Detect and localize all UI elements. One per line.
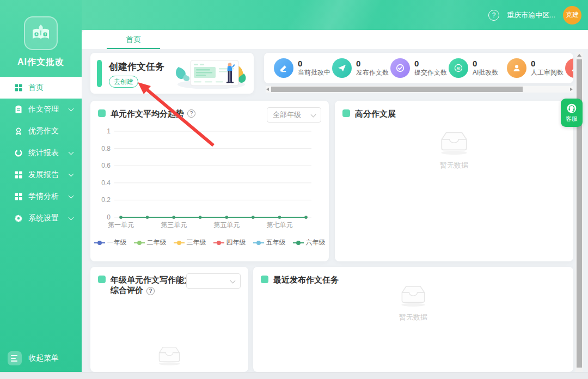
ability-filter-dropdown[interactable] <box>186 273 241 289</box>
legend-marker-icon <box>174 240 185 246</box>
stat-item-2: 0提交作文数 <box>390 58 449 78</box>
chevron-down-icon <box>69 149 74 155</box>
legend-marker-icon <box>253 240 264 246</box>
app-logo-icon: A I <box>24 16 58 50</box>
sidebar-item-label: 首页 <box>28 83 44 93</box>
question-icon[interactable]: ? <box>146 287 155 295</box>
customer-service-label: 客服 <box>566 115 578 123</box>
empty-text: 暂无数据 <box>397 313 430 322</box>
svg-text:A: A <box>35 33 38 36</box>
stat-value: 0 <box>531 59 564 68</box>
legend-marker-icon <box>94 240 105 246</box>
svg-text:第三单元: 第三单元 <box>161 221 187 229</box>
sidebar: A I AI作文批改 首页作文管理优秀作文统计报表发展报告学情分析系统设置 收起… <box>0 0 82 372</box>
sidebar-item-pie-3[interactable]: 统计报表 <box>0 142 82 164</box>
horizontal-scrollbar[interactable] <box>266 86 573 93</box>
scroll-right-icon[interactable] <box>570 88 573 91</box>
sidebar-item-label: 系统设置 <box>28 213 59 223</box>
empty-state: 暂无数据 <box>397 283 430 322</box>
chevron-down-icon <box>69 106 74 111</box>
legend-item-0[interactable]: 一年级 <box>94 238 127 247</box>
avatar[interactable]: 克建 <box>563 6 581 25</box>
chevron-down-icon <box>69 215 74 220</box>
stat-value: 0 <box>298 59 330 68</box>
gear-icon <box>14 214 23 223</box>
tab-home[interactable]: 首页 <box>107 30 160 49</box>
legend-marker-icon <box>134 240 145 246</box>
sidebar-item-dashboard-0[interactable]: 首页 <box>0 77 82 99</box>
ability-card-title: 年级单元作文写作能力综合评价? <box>111 274 198 295</box>
collapse-menu-label: 收起菜单 <box>28 353 59 363</box>
legend-item-3[interactable]: 四年级 <box>213 238 246 247</box>
sidebar-item-gear-6[interactable]: 系统设置 <box>0 207 82 229</box>
chart-legend: 一年级二年级三年级四年级五年级六年级 <box>90 238 329 247</box>
sidebar-item-label: 学情分析 <box>28 192 59 201</box>
svg-text:1: 1 <box>107 127 111 135</box>
unit-average-trend-card: 单元作文平均分趋势 ? 全部年级 00.20.40.60.81第一单元第三单元第… <box>90 101 329 261</box>
top-header: ? 重庆市渝中区... 克建 <box>82 0 588 30</box>
sidebar-nav: 首页作文管理优秀作文统计报表发展报告学情分析系统设置 <box>0 77 82 229</box>
svg-text:第五单元: 第五单元 <box>213 221 240 229</box>
grid-icon <box>14 170 23 179</box>
legend-label: 三年级 <box>187 238 206 247</box>
title-bullet <box>261 276 268 283</box>
dropdown-value: 全部年级 <box>273 110 301 120</box>
legend-item-1[interactable]: 二年级 <box>134 238 167 247</box>
svg-text:第一单元: 第一单元 <box>108 221 134 229</box>
legend-label: 二年级 <box>147 238 167 247</box>
legend-item-5[interactable]: 六年级 <box>293 238 326 247</box>
horizontal-scrollbar-thumb[interactable] <box>271 87 523 92</box>
ai-icon: AI <box>449 58 468 78</box>
create-task-card: 创建作文任务 去创建 <box>90 53 254 94</box>
stat-label: 发布作文数 <box>356 68 389 77</box>
recent-card-title: 最近发布作文任务 <box>273 274 339 285</box>
svg-text:第七单元: 第七单元 <box>266 221 292 229</box>
medal-icon <box>14 127 23 136</box>
check-icon <box>390 58 410 78</box>
svg-text:0: 0 <box>107 213 111 221</box>
legend-item-4[interactable]: 五年级 <box>253 238 286 247</box>
empty-text: 暂无数据 <box>436 161 472 170</box>
grade-filter-dropdown[interactable]: 全部年级 <box>267 107 321 123</box>
go-create-button[interactable]: 去创建 <box>109 76 138 88</box>
trend-chart: 00.20.40.60.81第一单元第三单元第五单元第七单元 <box>94 125 318 234</box>
scroll-up-icon[interactable] <box>577 54 581 57</box>
person-icon <box>565 58 573 78</box>
question-icon[interactable]: ? <box>187 109 195 118</box>
sidebar-item-grid-4[interactable]: 发展报告 <box>0 164 82 186</box>
recent-tasks-card: 最近发布作文任务 暂无数据 <box>253 267 573 372</box>
tab-bar: 首页 <box>82 30 588 49</box>
stat-item-partial <box>565 58 573 78</box>
svg-text:0.8: 0.8 <box>101 145 111 152</box>
title-bullet <box>98 276 106 283</box>
collapse-menu-icon <box>8 351 22 365</box>
clipboard-icon <box>14 105 23 114</box>
stat-item-1: 0发布作文数 <box>332 58 390 78</box>
collapse-menu-button[interactable]: 收起菜单 <box>0 345 82 372</box>
sidebar-item-label: 作文管理 <box>28 105 59 114</box>
sidebar-item-medal-2[interactable]: 优秀作文 <box>0 120 82 142</box>
sidebar-item-grid-5[interactable]: 学情分析 <box>0 186 82 207</box>
chevron-down-icon <box>69 171 74 176</box>
title-bullet <box>342 109 350 117</box>
stat-item-4: 0人工审阅数 <box>507 58 565 78</box>
stat-value: 0 <box>356 59 389 68</box>
customer-service-button[interactable]: 客服 <box>561 99 583 127</box>
sidebar-item-clipboard-1[interactable]: 作文管理 <box>0 99 82 120</box>
stat-label: 提交作文数 <box>414 68 447 77</box>
scroll-left-icon[interactable] <box>266 88 269 91</box>
legend-label: 一年级 <box>107 238 127 247</box>
app-title: AI作文批改 <box>0 57 82 68</box>
stat-value: 0 <box>414 59 447 68</box>
legend-marker-icon <box>213 240 224 246</box>
stat-item-0: 0当前批改中 <box>274 58 332 78</box>
svg-text:AI: AI <box>457 66 461 70</box>
main-content: 创建作文任务 去创建 <box>82 49 588 372</box>
pie-icon <box>14 149 23 157</box>
help-icon[interactable]: ? <box>488 10 499 21</box>
sidebar-item-label: 优秀作文 <box>28 126 59 136</box>
header-right: ? 重庆市渝中区... 克建 <box>488 0 581 30</box>
ability-evaluation-card: 年级单元作文写作能力综合评价? 暂无数据 <box>90 267 248 372</box>
sidebar-item-label: 统计报表 <box>28 148 59 158</box>
legend-item-2[interactable]: 三年级 <box>174 238 206 247</box>
